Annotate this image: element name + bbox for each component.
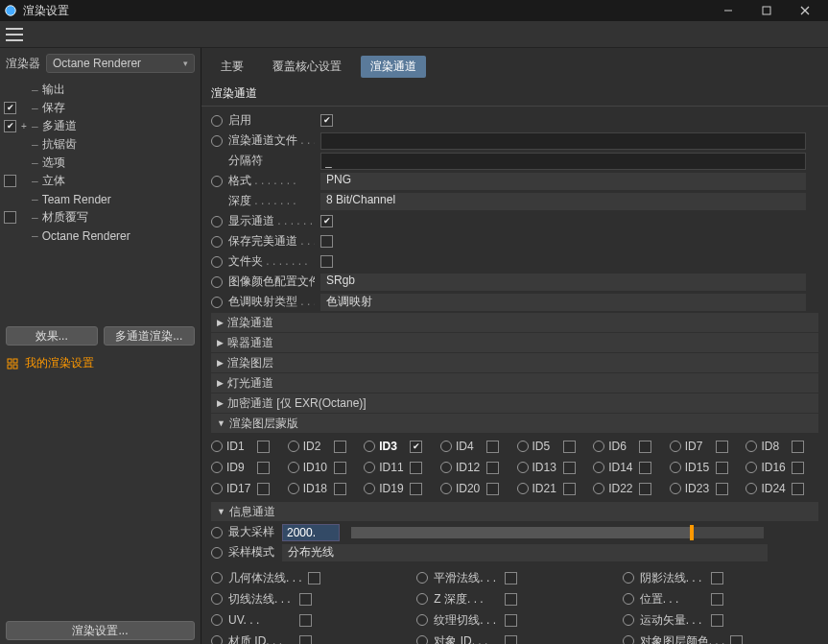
id-checkbox[interactable]	[334, 441, 346, 453]
select-tonemap[interactable]: 色调映射	[320, 294, 806, 311]
radio-icon[interactable]	[745, 483, 757, 494]
id-checkbox[interactable]	[257, 441, 270, 453]
radio-icon[interactable]	[211, 547, 223, 559]
id-checkbox[interactable]	[410, 483, 422, 495]
info-checkbox[interactable]	[505, 635, 517, 645]
id-checkbox[interactable]	[334, 483, 346, 495]
effects-button[interactable]: 效果...	[6, 326, 98, 346]
renderer-select[interactable]: Octane Renderer ▾	[46, 54, 195, 73]
radio-icon[interactable]	[211, 614, 223, 626]
radio-icon[interactable]	[211, 135, 223, 147]
info-checkbox[interactable]	[299, 635, 312, 645]
group-render-layer-mask[interactable]: ▼渲染图层蒙版	[211, 414, 818, 433]
radio-icon[interactable]	[623, 635, 634, 644]
radio-icon[interactable]	[623, 593, 634, 605]
tree-checkbox[interactable]	[4, 175, 16, 187]
tree-item[interactable]: –抗锯齿	[0, 135, 201, 154]
radio-icon[interactable]	[211, 176, 223, 187]
id-checkbox[interactable]	[792, 462, 804, 474]
radio-icon[interactable]	[593, 441, 604, 452]
radio-icon[interactable]	[440, 483, 452, 494]
info-checkbox[interactable]	[505, 593, 517, 606]
info-checkbox[interactable]	[711, 593, 723, 606]
tree-checkbox[interactable]	[4, 102, 16, 114]
multipass-button[interactable]: 多通道渲染...	[104, 326, 196, 346]
tree-checkbox[interactable]	[4, 120, 16, 132]
radio-icon[interactable]	[288, 483, 299, 494]
id-checkbox[interactable]	[639, 462, 651, 474]
id-checkbox[interactable]	[486, 483, 499, 495]
radio-icon[interactable]	[593, 483, 604, 494]
radio-icon[interactable]	[288, 441, 299, 452]
radio-icon[interactable]	[670, 462, 681, 473]
radio-icon[interactable]	[211, 572, 223, 584]
preset-label[interactable]: 我的渲染设置	[25, 355, 94, 371]
radio-icon[interactable]	[670, 483, 681, 494]
tree-item[interactable]: –输出	[0, 81, 201, 99]
id-checkbox[interactable]	[410, 462, 422, 474]
slider-max-samples[interactable]	[351, 527, 764, 538]
radio-icon[interactable]	[623, 572, 634, 584]
checkbox-save-beauty[interactable]	[320, 235, 333, 248]
radio-icon[interactable]	[440, 441, 452, 452]
tree-item[interactable]: +–多通道	[0, 117, 201, 135]
id-checkbox[interactable]	[334, 462, 346, 474]
info-checkbox[interactable]	[308, 572, 320, 584]
radio-icon[interactable]	[211, 593, 223, 605]
input-separator[interactable]	[320, 153, 806, 170]
tree-item[interactable]: –材质覆写	[0, 208, 201, 227]
id-checkbox[interactable]	[792, 441, 804, 453]
radio-icon[interactable]	[416, 635, 428, 644]
radio-icon[interactable]	[364, 441, 375, 452]
radio-icon[interactable]	[416, 614, 428, 626]
tree-item[interactable]: –选项	[0, 154, 201, 172]
id-checkbox[interactable]	[563, 483, 576, 495]
minimize-button[interactable]	[709, 0, 747, 21]
tree-item[interactable]: –立体	[0, 172, 201, 190]
id-checkbox[interactable]	[410, 441, 422, 453]
checkbox-folder[interactable]	[320, 255, 333, 268]
radio-icon[interactable]	[745, 441, 757, 452]
id-checkbox[interactable]	[563, 462, 576, 474]
id-checkbox[interactable]	[639, 441, 651, 453]
id-checkbox[interactable]	[257, 483, 270, 495]
input-file[interactable]	[320, 132, 806, 150]
radio-icon[interactable]	[211, 462, 223, 473]
id-checkbox[interactable]	[716, 441, 728, 453]
id-checkbox[interactable]	[486, 462, 499, 474]
info-checkbox[interactable]	[730, 635, 743, 645]
group-info-channel[interactable]: ▼信息通道	[211, 502, 818, 521]
radio-icon[interactable]	[211, 483, 223, 494]
info-checkbox[interactable]	[299, 593, 312, 606]
radio-icon[interactable]	[211, 256, 223, 268]
radio-icon[interactable]	[416, 593, 428, 605]
group-header[interactable]: ▶灯光通道	[211, 373, 818, 393]
id-checkbox[interactable]	[563, 441, 576, 453]
radio-icon[interactable]	[211, 216, 223, 227]
info-checkbox[interactable]	[505, 614, 517, 627]
radio-icon[interactable]	[211, 635, 223, 644]
checkbox-enable[interactable]	[320, 114, 333, 127]
id-checkbox[interactable]	[639, 483, 651, 495]
tree-item[interactable]: –Octane Renderer	[0, 227, 201, 245]
info-checkbox[interactable]	[299, 614, 312, 627]
radio-icon[interactable]	[364, 462, 375, 473]
maximize-button[interactable]	[747, 0, 786, 21]
tab[interactable]: 渲染通道	[361, 56, 426, 78]
info-checkbox[interactable]	[711, 614, 723, 627]
group-header[interactable]: ▶渲染图层	[211, 353, 818, 372]
radio-icon[interactable]	[623, 614, 634, 626]
info-checkbox[interactable]	[505, 572, 517, 584]
radio-icon[interactable]	[288, 462, 299, 473]
radio-icon[interactable]	[364, 483, 375, 494]
radio-icon[interactable]	[211, 115, 223, 127]
group-header[interactable]: ▶噪器通道	[211, 333, 818, 352]
radio-icon[interactable]	[416, 572, 428, 584]
select-format[interactable]: PNG	[320, 173, 806, 190]
hamburger-icon[interactable]	[6, 28, 23, 41]
select-depth[interactable]: 8 Bit/Channel	[320, 193, 806, 210]
radio-icon[interactable]	[211, 441, 223, 452]
radio-icon[interactable]	[517, 483, 529, 494]
tree-item[interactable]: –保存	[0, 99, 201, 117]
group-header[interactable]: ▶加密通道 [仅 EXR(Octane)]	[211, 394, 818, 413]
